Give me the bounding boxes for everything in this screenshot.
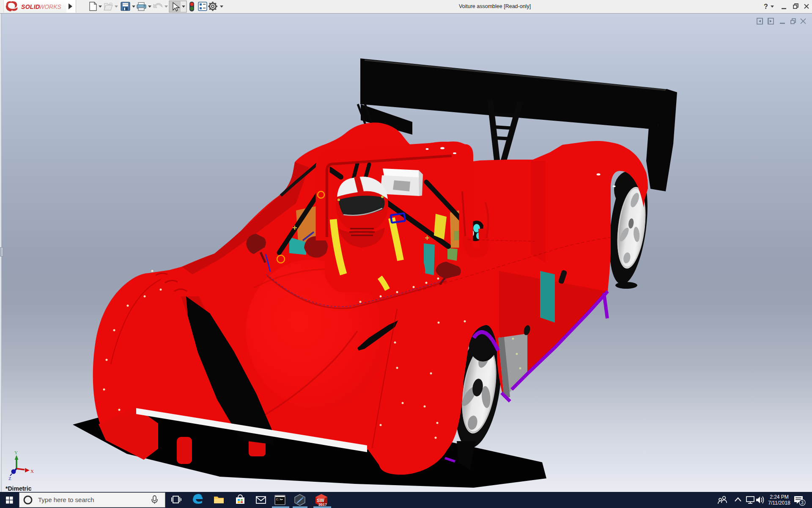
- svg-text:Y: Y: [14, 450, 18, 455]
- svg-text:3: 3: [801, 500, 804, 505]
- svg-text:2017: 2017: [318, 502, 327, 507]
- svg-text:WORKS: WORKS: [39, 3, 62, 10]
- svg-text:Z: Z: [8, 476, 11, 481]
- svg-text:X: X: [30, 469, 34, 474]
- svg-text:?: ?: [764, 3, 768, 10]
- svg-text:SOLID: SOLID: [21, 3, 40, 10]
